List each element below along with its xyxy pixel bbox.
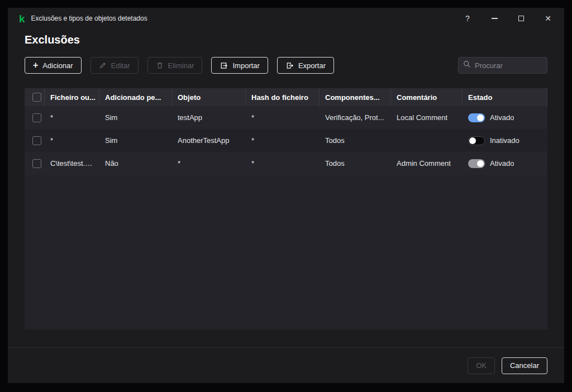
row-checkbox[interactable] — [32, 159, 41, 168]
cell-file: * — [45, 129, 99, 152]
cell-file: * — [45, 106, 99, 129]
pencil-icon — [99, 61, 107, 69]
cell-hash: * — [246, 152, 320, 175]
cell-text: testApp — [178, 113, 202, 122]
cell-added: Sim — [99, 129, 172, 152]
state-toggle[interactable] — [468, 136, 485, 145]
maximize-icon — [518, 16, 524, 21]
cell-object: * — [172, 152, 246, 175]
cell-added: Sim — [99, 106, 172, 129]
search-icon — [463, 60, 471, 70]
maximize-button[interactable] — [514, 11, 528, 26]
cell-text: Todos — [325, 159, 345, 168]
cell-text: Sim — [105, 113, 117, 122]
cell-comment: Admin Comment — [391, 152, 463, 175]
export-icon — [285, 61, 294, 70]
cell-components: Todos — [320, 129, 391, 152]
state-label: Ativado — [490, 159, 514, 168]
cell-hash: * — [246, 129, 320, 152]
cell-text: C\test\test.e... — [50, 159, 94, 168]
state-toggle[interactable] — [468, 113, 485, 122]
cell-text: * — [178, 159, 180, 168]
cell-text: Admin Comment — [397, 159, 451, 168]
edit-button-label: Editar — [111, 61, 130, 70]
plus-icon: + — [33, 61, 38, 70]
search-box — [458, 57, 547, 74]
add-button-label: Adicionar — [42, 61, 73, 70]
window-controls: ? ✕ — [460, 11, 555, 26]
state-label: Ativado — [490, 113, 514, 122]
import-icon — [220, 61, 228, 70]
cell-text: Todos — [325, 136, 345, 145]
minimize-button[interactable] — [487, 11, 502, 26]
import-button-label: Importar — [232, 61, 259, 70]
import-button[interactable]: Importar — [211, 57, 268, 74]
cell-components: Todos — [320, 152, 391, 175]
toggle-knob — [477, 160, 484, 167]
cell-text: Sim — [105, 136, 117, 145]
cell-text: Verificação, Prot... — [325, 113, 384, 122]
window-title: Exclusões e tipos de objetos detetados — [31, 15, 147, 22]
column-header: Estado — [463, 88, 547, 106]
ok-button[interactable]: OK — [468, 357, 495, 374]
exclusions-table: Ficheiro ou...Adicionado pe...ObjetoHash… — [25, 88, 547, 329]
cell-object: testApp — [172, 106, 246, 129]
add-button[interactable]: + Adicionar — [25, 57, 82, 74]
help-button[interactable]: ? — [460, 11, 475, 26]
cell-state: Inativado — [463, 129, 547, 152]
toggle-knob — [469, 137, 476, 144]
app-window: k Exclusões e tipos de objetos detetados… — [8, 8, 564, 383]
table-body: *SimtestApp*Verificação, Prot...Local Co… — [25, 106, 547, 175]
trash-icon — [156, 61, 164, 69]
close-button[interactable]: ✕ — [541, 11, 555, 26]
cell-text: * — [251, 113, 254, 122]
row-checkbox-cell — [25, 106, 45, 129]
column-header: Comentário — [391, 88, 463, 106]
cell-text: Não — [105, 159, 118, 168]
column-header: Ficheiro ou... — [45, 88, 99, 106]
header-checkbox-cell — [25, 88, 45, 106]
cell-text: * — [50, 136, 53, 145]
column-header: Objeto — [172, 88, 246, 106]
cell-comment — [391, 129, 463, 152]
cancel-button[interactable]: Cancelar — [502, 357, 547, 374]
search-input[interactable] — [475, 61, 542, 70]
cell-components: Verificação, Prot... — [320, 106, 391, 129]
delete-button-label: Eliminar — [168, 61, 194, 70]
titlebar: k Exclusões e tipos de objetos detetados… — [8, 8, 564, 29]
cell-text: * — [251, 136, 254, 145]
cell-comment: Local Comment — [391, 106, 463, 129]
edit-button[interactable]: Editar — [90, 57, 139, 74]
table-row[interactable]: *SimAnotherTestApp*TodosInativado — [25, 129, 547, 152]
state-label: Inativado — [490, 136, 519, 145]
cell-file: C\test\test.e... — [45, 152, 99, 175]
page-title: Exclusões — [25, 34, 80, 46]
cell-text: * — [251, 159, 254, 168]
cell-hash: * — [246, 106, 320, 129]
row-checkbox[interactable] — [32, 113, 41, 122]
toggle-knob — [477, 114, 484, 121]
minimize-icon — [492, 18, 498, 19]
select-all-checkbox[interactable] — [32, 93, 41, 102]
table-row[interactable]: C\test\test.e...Não**TodosAdmin CommentA… — [25, 152, 547, 175]
footer: OK Cancelar — [8, 347, 564, 383]
state-toggle[interactable] — [468, 159, 485, 168]
table-row[interactable]: *SimtestApp*Verificação, Prot...Local Co… — [25, 106, 547, 129]
delete-button[interactable]: Eliminar — [147, 57, 203, 74]
table-header: Ficheiro ou...Adicionado pe...ObjetoHash… — [25, 88, 547, 106]
export-button[interactable]: Exportar — [277, 57, 334, 74]
row-checkbox-cell — [25, 129, 45, 152]
cell-text: Local Comment — [397, 113, 447, 122]
cell-state: Ativado — [463, 106, 547, 129]
column-header: Adicionado pe... — [99, 88, 172, 106]
cell-added: Não — [99, 152, 172, 175]
row-checkbox[interactable] — [32, 136, 41, 145]
export-button-label: Exportar — [298, 61, 326, 70]
column-header: Componentes... — [320, 88, 391, 106]
toolbar: + Adicionar Editar Eliminar — [25, 57, 547, 74]
kaspersky-logo-icon: k — [19, 13, 25, 24]
cell-state: Ativado — [463, 152, 547, 175]
cell-text: * — [50, 113, 53, 122]
cell-object: AnotherTestApp — [172, 129, 246, 152]
column-header: Hash do ficheiro — [246, 88, 320, 106]
